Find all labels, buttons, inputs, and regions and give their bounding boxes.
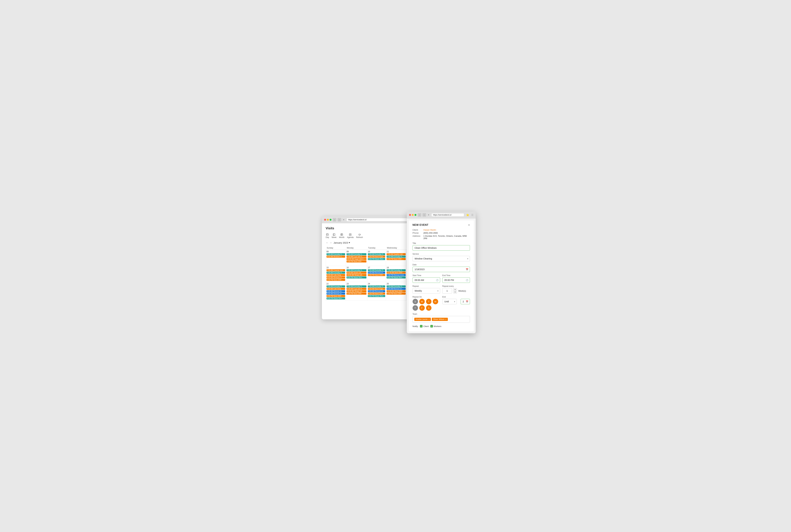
list-item[interactable]: 7:00 AM Supplies deli... bbox=[387, 253, 406, 255]
list-item[interactable]: 8:00 AM Cafe Deep ... bbox=[326, 288, 345, 290]
view-agenda-button[interactable]: Agenda bbox=[347, 233, 354, 239]
list-item[interactable]: 2:00 PM Need 2000 ... bbox=[387, 258, 406, 260]
traffic-light-yellow[interactable] bbox=[327, 219, 329, 221]
list-item[interactable]: 10:00 AM Straws (x6... bbox=[346, 274, 366, 276]
end-date-input[interactable] bbox=[460, 299, 470, 304]
list-item[interactable]: 2:00 PM Need Suga... bbox=[368, 255, 385, 258]
remove-amelia-button[interactable]: × bbox=[429, 318, 430, 320]
list-item[interactable]: 7:00 AM Everyday S... bbox=[368, 269, 385, 271]
table-row[interactable]: 167:00 AM Everyday S...8:00 AM Straws (x… bbox=[346, 266, 367, 282]
list-item[interactable]: 8:00 PM Waste Rem... bbox=[368, 295, 385, 297]
table-row[interactable]: 247:00 AM Everyday S...9:00 AM Need Suga… bbox=[367, 282, 386, 301]
forward-button[interactable]: › bbox=[338, 218, 341, 222]
list-item[interactable]: 7:00 AM Everyday S... bbox=[326, 285, 345, 287]
list-item[interactable]: 2:00 PM Need 2000 ... bbox=[387, 292, 406, 294]
title-input[interactable] bbox=[413, 245, 470, 251]
notify-client-item[interactable]: Client bbox=[420, 325, 429, 327]
list-item[interactable]: 7:00 AM Everyday S... bbox=[326, 272, 345, 274]
start-time-input[interactable] bbox=[413, 278, 440, 283]
close-button[interactable]: × bbox=[468, 224, 470, 226]
table-row[interactable]: 097:00 AM Everyday S...7:00 AM Cups and … bbox=[346, 250, 367, 266]
list-item[interactable]: 10:00 AM Straws (x6... bbox=[346, 290, 366, 292]
repeat-stepper[interactable]: ▲ ▼ bbox=[453, 288, 457, 293]
table-row[interactable]: 237:00 AM Everyday S...5:00 AM Cups and … bbox=[346, 282, 367, 301]
list-item[interactable]: 8:00 PM Waste Rem... bbox=[387, 277, 406, 279]
traffic-light-green[interactable] bbox=[329, 219, 332, 221]
list-item[interactable]: 7:00 AM Everyday S... bbox=[346, 269, 366, 271]
notify-client-checkbox[interactable] bbox=[420, 325, 422, 327]
end-type-select[interactable]: Until After Never bbox=[442, 299, 457, 304]
list-item[interactable]: 11:00 AM Need 2000 ... bbox=[387, 290, 406, 292]
table-row[interactable]: 177:00 AM Everyday S...5:00 AM Remove sn… bbox=[367, 266, 386, 282]
list-item[interactable]: 5:00 AM Cups and S... bbox=[346, 288, 366, 290]
list-item[interactable]: 8:00 PM Waste Rem... bbox=[326, 298, 345, 300]
list-item[interactable]: 7:00 AM Everyday S... bbox=[368, 285, 385, 287]
list-item[interactable]: 7:00 AM Everyday S... bbox=[387, 255, 406, 258]
front-traffic-light-yellow[interactable] bbox=[412, 214, 414, 216]
next-month-button[interactable]: › bbox=[329, 241, 332, 244]
stepper-down[interactable]: ▼ bbox=[453, 291, 457, 293]
list-item[interactable]: 9:00 AM Remove sn... bbox=[387, 288, 406, 290]
list-item[interactable]: 2:00 PM Need 2000 ... bbox=[346, 260, 366, 263]
front-traffic-light-green[interactable] bbox=[414, 214, 416, 216]
notify-workers-checkbox[interactable] bbox=[430, 325, 433, 327]
remove-oliver-button[interactable]: × bbox=[445, 318, 447, 320]
day-button-3[interactable]: W bbox=[433, 299, 438, 304]
new-tab-button[interactable]: + bbox=[342, 218, 345, 221]
view-week-button[interactable]: Week bbox=[332, 233, 337, 239]
front-traffic-light-red[interactable] bbox=[409, 214, 411, 216]
front-back-button[interactable]: ‹ bbox=[418, 213, 421, 217]
table-row[interactable]: 257:00 AM Everyday S...9:00 AM Remove sn… bbox=[386, 282, 407, 301]
team-input[interactable]: Amelia Lavoie × Oliver Wilson × bbox=[413, 316, 470, 323]
list-item[interactable]: 9:00 AM Remove sn... bbox=[368, 290, 385, 292]
list-item[interactable]: 7:00 AM Everyday S... bbox=[387, 269, 406, 271]
view-month-button[interactable]: Month bbox=[339, 233, 344, 239]
table-row[interactable]: 157:00 AM Creamer test;...7:00 AM Everyd… bbox=[326, 266, 346, 282]
day-button-6[interactable]: S bbox=[426, 305, 431, 311]
repeat-every-input[interactable] bbox=[442, 288, 452, 293]
back-button[interactable]: ‹ bbox=[333, 218, 336, 222]
list-item[interactable]: 2:00 PM Need 2000 ... bbox=[346, 292, 366, 294]
list-item[interactable]: 7:00 PM Remove snow... bbox=[387, 274, 406, 276]
list-item[interactable]: 8:00 PM Waste Rem... bbox=[368, 258, 385, 260]
repeat-select[interactable]: Weekly Daily Monthly bbox=[413, 288, 440, 293]
list-item[interactable]: 10:00 AM Sugar tubes (.... bbox=[346, 258, 366, 260]
list-item[interactable]: 8:00 PM Waste Rem... bbox=[346, 277, 366, 279]
day-button-2[interactable]: T bbox=[426, 299, 431, 304]
list-item[interactable]: 7:00 AM Everyday S... bbox=[346, 253, 366, 255]
list-item[interactable]: 2:00 PM Need 2000 ... bbox=[368, 274, 385, 276]
list-item[interactable]: 9:00 AM Remove sn... bbox=[326, 292, 345, 294]
notify-workers-item[interactable]: Workers bbox=[430, 325, 441, 327]
list-item[interactable]: 7:00 AM Everyday S... bbox=[368, 253, 385, 255]
list-item[interactable]: 7:00 AM Everyday S... bbox=[387, 285, 406, 287]
list-item[interactable]: 11:00 AM Need 2000 ... bbox=[387, 272, 406, 274]
stepper-up[interactable]: ▲ bbox=[453, 288, 457, 291]
date-input[interactable] bbox=[413, 267, 470, 272]
list-item[interactable]: 9:00 AM Windows cl... bbox=[326, 277, 345, 279]
table-row[interactable]: 107:00 AM Everyday S...2:00 PM Need Suga… bbox=[367, 250, 386, 266]
client-link[interactable]: Harper Martin bbox=[423, 229, 436, 231]
end-time-input[interactable] bbox=[442, 278, 470, 283]
table-row[interactable]: 187:00 AM Everyday S...11:00 AM Need 200… bbox=[386, 266, 407, 282]
list-item[interactable]: 7:00 AM Everyday S... bbox=[346, 285, 366, 287]
list-item[interactable]: 8:00 AM Straws (x6... bbox=[346, 272, 366, 274]
list-item[interactable]: 5:00 AM Remove sn... bbox=[368, 272, 385, 274]
day-button-1[interactable]: M bbox=[419, 299, 425, 304]
view-day-button[interactable]: Day bbox=[326, 233, 329, 239]
front-forward-button[interactable]: › bbox=[422, 213, 426, 217]
table-row[interactable]: 087:00 AM Everyday S...9:00 AM Windows c… bbox=[326, 250, 346, 266]
refresh-button[interactable]: Refresh bbox=[356, 233, 363, 239]
url-bar-front[interactable] bbox=[431, 213, 464, 217]
day-button-4[interactable]: T bbox=[413, 305, 418, 311]
list-item[interactable]: 9:00 AM Need Suga... bbox=[368, 288, 385, 290]
list-item[interactable]: 7:00 AM Everyday S... bbox=[326, 253, 345, 255]
list-item[interactable]: 2:00 PM Need 2000 ... bbox=[326, 279, 345, 281]
list-item[interactable]: 2:00 PM Need 2000 ... bbox=[326, 295, 345, 297]
traffic-light-red[interactable] bbox=[324, 219, 326, 221]
table-row[interactable]: 227:00 AM Everyday S...8:00 AM Cafe Deep… bbox=[326, 282, 346, 301]
list-item[interactable]: 5:00 AM Remove sn... bbox=[326, 290, 345, 292]
list-item[interactable]: 7:00 AM Creamer test;... bbox=[326, 269, 345, 271]
service-select[interactable]: Window Cleaning Deep Cleaning Office Cle… bbox=[413, 256, 470, 261]
list-item[interactable]: 9:00 AM Windows cl... bbox=[326, 255, 345, 258]
list-item[interactable]: 7:00 AM Cups and S... bbox=[346, 255, 366, 258]
